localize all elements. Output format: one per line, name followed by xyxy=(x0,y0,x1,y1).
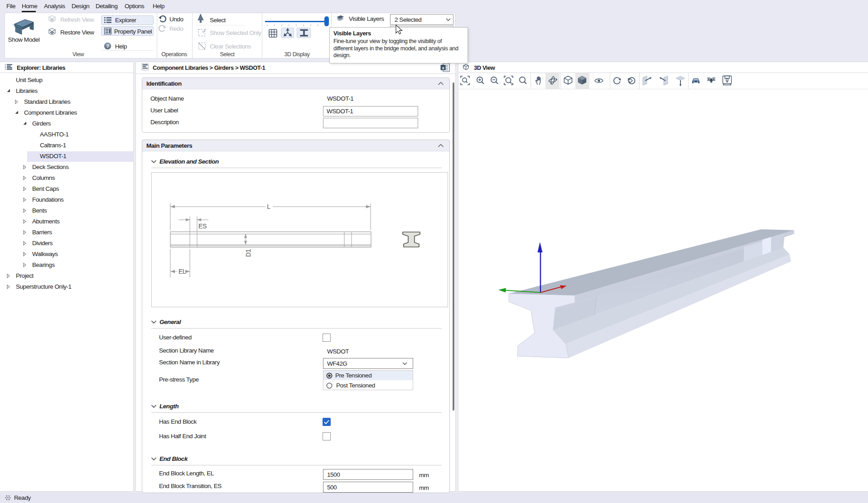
svg-text:?: ? xyxy=(106,44,109,49)
svg-text:D1: D1 xyxy=(245,249,252,257)
svg-text:L: L xyxy=(267,203,270,210)
svg-text:ES: ES xyxy=(198,222,207,230)
svg-text:EL: EL xyxy=(178,268,186,275)
